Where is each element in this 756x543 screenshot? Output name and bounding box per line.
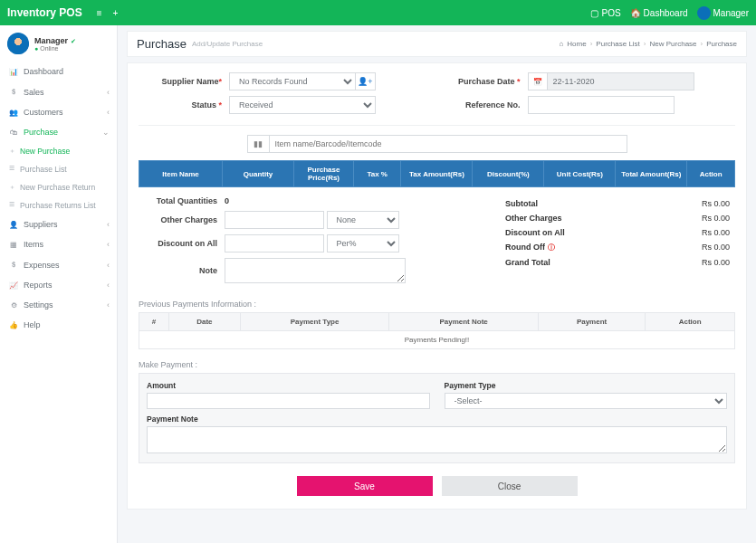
subnav-purchase-returns-list[interactable]: ☰Purchase Returns List <box>0 196 117 214</box>
dashboard-icon: 📊 <box>9 68 18 76</box>
crumb-new-purchase[interactable]: New Purchase <box>650 40 697 48</box>
add-icon[interactable]: + <box>108 5 124 22</box>
make-payment-title: Make Payment : <box>139 360 735 369</box>
date-label: Purchase Date * <box>437 77 528 86</box>
brand[interactable]: Inventory POS <box>7 6 82 19</box>
grandtotal-value: Rs 0.00 <box>702 258 730 267</box>
expenses-icon: ＄ <box>9 260 18 270</box>
page-header: Purchase Add/Update Purchase ⌂ Home› Pur… <box>127 31 747 57</box>
discount-all-input[interactable] <box>225 234 324 252</box>
other-charges-total-label: Other Charges <box>505 214 562 223</box>
nav-expenses[interactable]: ＄Expenses <box>0 254 117 275</box>
topbar-user[interactable]: Manager <box>697 6 749 20</box>
payment-type-select[interactable]: -Select- <box>445 393 728 409</box>
nav-purchase-sub: ＋New Purchase ☰Purchase List ＋New Purcha… <box>0 142 117 214</box>
pay-col-type: Payment Type <box>240 313 389 331</box>
add-supplier-button[interactable]: 👤+ <box>356 72 376 90</box>
list-icon: ☰ <box>9 201 14 208</box>
items-table: Item Name Quantity Purchase Price(Rs) Ta… <box>139 160 735 187</box>
subtotal-value: Rs 0.00 <box>702 199 730 208</box>
menu-toggle-icon[interactable]: ≡ <box>91 5 108 22</box>
col-tax: Tax % <box>353 161 401 187</box>
discount-type-select[interactable]: Per% <box>327 234 399 252</box>
crumb-home[interactable]: Home <box>567 40 586 48</box>
topbar-pos-link[interactable]: ▢ POS <box>590 8 620 18</box>
purchase-form-card: Supplier Name* No Records Found 👤+ Statu… <box>127 62 747 510</box>
other-charges-input[interactable] <box>225 211 324 229</box>
nav-settings[interactable]: ⚙Settings <box>0 295 117 315</box>
topbar-pos-label: POS <box>601 8 620 18</box>
subnav-new-purchase-return[interactable]: ＋New Purchase Return <box>0 178 117 196</box>
payment-note-label: Payment Note <box>147 414 727 424</box>
save-button[interactable]: Save <box>297 476 433 496</box>
prev-payments-table: # Date Payment Type Payment Note Payment… <box>139 312 735 349</box>
discount-all-label: Discount on All <box>139 239 225 248</box>
topbar: Inventory POS ≡ + ▢ POS 🏠 Dashboard Mana… <box>0 0 756 25</box>
pay-col-action: Action <box>646 313 735 331</box>
topbar-dashboard-link[interactable]: 🏠 Dashboard <box>630 8 688 18</box>
col-taxamt: Tax Amount(Rs) <box>401 161 473 187</box>
items-icon: ▦ <box>9 241 18 249</box>
main: Purchase Add/Update Purchase ⌂ Home› Pur… <box>118 25 756 543</box>
grandtotal-label: Grand Total <box>505 258 550 267</box>
col-qty: Quantity <box>223 161 294 187</box>
nav-suppliers[interactable]: 👤Suppliers <box>0 214 117 234</box>
close-button[interactable]: Close <box>442 476 578 496</box>
verified-icon: ✔ <box>71 38 76 44</box>
nav-items[interactable]: ▦Items <box>0 234 117 254</box>
barcode-icon: ▮▮ <box>247 135 269 153</box>
col-total: Total Amount(Rs) <box>616 161 687 187</box>
col-action: Action <box>687 161 735 187</box>
col-disc: Discount(%) <box>473 161 544 187</box>
help-icon: 👍 <box>9 321 18 329</box>
discount-total-value: Rs 0.00 <box>702 228 730 237</box>
nav-help[interactable]: 👍Help <box>0 315 117 335</box>
other-charges-label: Other Charges <box>139 215 225 224</box>
user-panel: Manager ✔ Online <box>0 25 117 62</box>
nav-dashboard[interactable]: 📊Dashboard <box>0 62 117 81</box>
total-qty-label: Total Quantities <box>139 196 225 205</box>
nav-customers[interactable]: 👥Customers <box>0 102 117 122</box>
suppliers-icon: 👤 <box>9 221 18 229</box>
home-icon: ⌂ <box>560 40 564 48</box>
settings-icon: ⚙ <box>9 301 18 310</box>
note-label: Note <box>139 266 225 275</box>
purchase-date-input[interactable] <box>548 72 694 90</box>
other-charges-type-select[interactable]: None <box>327 211 399 229</box>
calendar-icon[interactable]: 📅 <box>528 72 548 90</box>
user-name: Manager <box>34 36 68 45</box>
supplier-select[interactable]: No Records Found <box>229 72 356 90</box>
crumb-purchase-list[interactable]: Purchase List <box>596 40 639 48</box>
reference-label: Reference No. <box>437 100 528 110</box>
nav-reports[interactable]: 📈Reports <box>0 275 117 295</box>
nav: 📊Dashboard ＄Sales 👥Customers 🛍Purchase ＋… <box>0 62 117 335</box>
crumb-current: Purchase <box>706 40 737 48</box>
note-input[interactable] <box>225 258 406 283</box>
pay-col-num: # <box>139 313 169 331</box>
reference-input[interactable] <box>528 96 675 114</box>
info-icon[interactable]: ⓘ <box>548 243 555 252</box>
payment-note-input[interactable] <box>147 426 727 453</box>
payments-empty: Payments Pending!! <box>139 331 735 349</box>
discount-total-label: Discount on All <box>505 228 565 237</box>
pay-col-date: Date <box>168 313 240 331</box>
status-select[interactable]: Received <box>229 96 376 114</box>
item-search-input[interactable] <box>269 135 627 153</box>
roundoff-value: Rs 0.00 <box>702 243 730 252</box>
payment-type-label: Payment Type <box>445 381 728 390</box>
subtotal-label: Subtotal <box>505 199 538 208</box>
total-qty-value: 0 <box>225 196 229 205</box>
amount-input[interactable] <box>147 393 430 409</box>
make-payment-panel: Amount Payment Type -Select- Payment Not… <box>139 373 735 463</box>
amount-label: Amount <box>147 381 430 390</box>
pay-col-payment: Payment <box>538 313 645 331</box>
nav-purchase[interactable]: 🛍Purchase <box>0 122 117 142</box>
avatar-icon <box>697 6 711 20</box>
col-price: Purchase Price(Rs) <box>294 161 354 187</box>
nav-sales[interactable]: ＄Sales <box>0 81 117 102</box>
subnav-new-purchase[interactable]: ＋New Purchase <box>0 142 117 160</box>
reports-icon: 📈 <box>9 281 18 290</box>
roundoff-label: Round Off ⓘ <box>505 243 555 252</box>
subnav-purchase-list[interactable]: ☰Purchase List <box>0 160 117 178</box>
other-charges-total-value: Rs 0.00 <box>702 214 730 223</box>
